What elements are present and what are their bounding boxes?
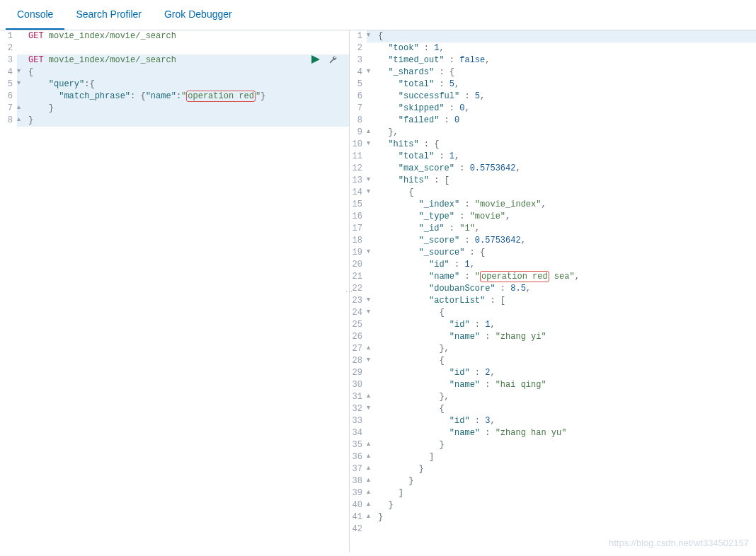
fold-icon[interactable]: ▾ xyxy=(367,403,374,415)
code-line[interactable]: 13▾ "hits" : [ xyxy=(350,175,756,187)
fold-icon[interactable]: ▾ xyxy=(367,295,374,307)
code-line[interactable]: 10▾ "hits" : { xyxy=(350,139,756,151)
line-number: 8 xyxy=(0,115,17,127)
code-line[interactable]: 2 "took" : 1, xyxy=(350,42,756,54)
code-line[interactable]: 40▴ } xyxy=(350,499,756,511)
fold-icon[interactable]: ▾ xyxy=(367,139,374,151)
fold-icon[interactable]: ▴ xyxy=(367,463,374,475)
fold-icon[interactable]: ▴ xyxy=(17,103,24,115)
line-number: 38 xyxy=(350,475,367,487)
code-line[interactable]: 17 "_id" : "1", xyxy=(350,223,756,235)
code-line[interactable]: 42 xyxy=(350,523,756,535)
code-line[interactable]: 31▴ }, xyxy=(350,391,756,403)
fold-icon[interactable]: ▾ xyxy=(367,30,374,42)
pane-resize-handle[interactable]: ⋮ xyxy=(345,288,353,296)
fold-icon[interactable]: ▴ xyxy=(367,511,374,523)
code-line[interactable]: 30 "name" : "hai qing" xyxy=(350,379,756,391)
play-icon[interactable] xyxy=(311,54,320,66)
code-line[interactable]: 4▾ "_shards" : { xyxy=(350,66,756,79)
code-text: { xyxy=(24,66,33,79)
response-viewer[interactable]: 1▾{2 "took" : 1,3 "timed_out" : false,4▾… xyxy=(349,30,756,552)
code-line[interactable]: 4▾{ xyxy=(0,66,349,79)
fold-icon[interactable]: ▾ xyxy=(17,66,24,79)
fold-icon[interactable]: ▾ xyxy=(17,79,24,91)
code-line[interactable]: 25 "id" : 1, xyxy=(350,319,756,331)
fold-icon[interactable]: ▴ xyxy=(17,115,24,127)
fold-icon[interactable]: ▾ xyxy=(367,175,374,187)
line-number: 35 xyxy=(350,439,367,451)
code-line[interactable]: 36▴ ] xyxy=(350,451,756,463)
code-line[interactable]: 14▾ { xyxy=(350,187,756,199)
tab-search-profiler[interactable]: Search Profiler xyxy=(64,0,153,30)
code-line[interactable]: 16 "_type" : "movie", xyxy=(350,211,756,223)
fold-icon[interactable]: ▴ xyxy=(367,499,374,511)
fold-icon[interactable]: ▴ xyxy=(367,451,374,463)
line-number: 1 xyxy=(0,30,17,42)
code-text: "hits" : { xyxy=(374,139,439,151)
request-editor[interactable]: 1GET movie_index/movie/_search2 3GET mov… xyxy=(0,30,349,552)
code-line[interactable]: 34 "name" : "zhang han yu" xyxy=(350,427,756,439)
code-line[interactable]: 5 "total" : 5, xyxy=(350,79,756,91)
code-line[interactable]: 26 "name" : "zhang yi" xyxy=(350,331,756,343)
line-number: 41 xyxy=(350,511,367,523)
tab-console[interactable]: Console xyxy=(6,0,64,30)
code-line[interactable]: 21 "name" : "operation red sea", xyxy=(350,271,756,283)
code-line[interactable]: 8 "failed" : 0 xyxy=(350,115,756,127)
code-line[interactable]: 3 "timed_out" : false, xyxy=(350,54,756,66)
code-line[interactable]: 1▾{ xyxy=(350,30,756,42)
code-line[interactable]: 24▾ { xyxy=(350,307,756,319)
code-text: "_type" : "movie", xyxy=(374,211,510,223)
code-line[interactable]: 33 "id" : 3, xyxy=(350,415,756,427)
code-line[interactable]: 23▾ "actorList" : [ xyxy=(350,295,756,307)
code-line[interactable]: 6 "match_phrase": {"name":"operation red… xyxy=(0,91,349,103)
code-line[interactable]: 8▴} xyxy=(0,115,349,127)
fold-icon[interactable]: ▾ xyxy=(367,187,374,199)
code-line[interactable]: 1GET movie_index/movie/_search xyxy=(0,30,349,42)
code-line[interactable]: 15 "_index" : "movie_index", xyxy=(350,199,756,211)
fold-icon xyxy=(367,235,374,247)
code-line[interactable]: 9▴ }, xyxy=(350,127,756,139)
code-text: "_score" : 0.5753642, xyxy=(374,235,526,247)
code-line[interactable]: 12 "max_score" : 0.5753642, xyxy=(350,163,756,175)
code-line[interactable]: 11 "total" : 1, xyxy=(350,151,756,163)
fold-icon[interactable]: ▾ xyxy=(367,355,374,367)
fold-icon[interactable]: ▴ xyxy=(367,343,374,355)
wrench-icon[interactable] xyxy=(328,54,337,66)
tab-grok-debugger[interactable]: Grok Debugger xyxy=(153,0,244,30)
code-line[interactable]: 27▴ }, xyxy=(350,343,756,355)
code-text: { xyxy=(374,403,445,415)
code-line[interactable]: 5▾ "query":{ xyxy=(0,79,349,91)
code-line[interactable]: 22 "doubanScore" : 8.5, xyxy=(350,283,756,295)
fold-icon[interactable]: ▾ xyxy=(367,307,374,319)
code-text: "name" : "hai qing" xyxy=(374,379,546,391)
code-line[interactable]: 28▾ { xyxy=(350,355,756,367)
fold-icon[interactable]: ▴ xyxy=(367,439,374,451)
fold-icon[interactable]: ▴ xyxy=(367,127,374,139)
code-line[interactable]: 41▴} xyxy=(350,511,756,523)
code-line[interactable]: 38▴ } xyxy=(350,475,756,487)
code-line[interactable]: 29 "id" : 2, xyxy=(350,367,756,379)
line-number: 24 xyxy=(350,307,367,319)
line-number: 29 xyxy=(350,367,367,379)
code-line[interactable]: 35▴ } xyxy=(350,439,756,451)
fold-icon xyxy=(367,151,374,163)
line-number: 11 xyxy=(350,151,367,163)
fold-icon[interactable]: ▴ xyxy=(367,487,374,499)
fold-icon[interactable]: ▴ xyxy=(367,391,374,403)
code-text: "id" : 1, xyxy=(374,319,496,331)
code-line[interactable]: 7 "skipped" : 0, xyxy=(350,103,756,115)
code-line[interactable]: 3GET movie_index/movie/_search xyxy=(0,54,349,66)
code-line[interactable]: 7▴ } xyxy=(0,103,349,115)
code-line[interactable]: 19▾ "_source" : { xyxy=(350,247,756,259)
code-line[interactable]: 6 "successful" : 5, xyxy=(350,91,756,103)
code-line[interactable]: 18 "_score" : 0.5753642, xyxy=(350,235,756,247)
code-text: "_shards" : { xyxy=(374,66,454,79)
code-line[interactable]: 39▴ ] xyxy=(350,487,756,499)
code-line[interactable]: 32▾ { xyxy=(350,403,756,415)
fold-icon[interactable]: ▴ xyxy=(367,475,374,487)
fold-icon[interactable]: ▾ xyxy=(367,66,374,79)
code-line[interactable]: 2 xyxy=(0,42,349,54)
fold-icon[interactable]: ▾ xyxy=(367,247,374,259)
code-line[interactable]: 37▴ } xyxy=(350,463,756,475)
code-line[interactable]: 20 "id" : 1, xyxy=(350,259,756,271)
